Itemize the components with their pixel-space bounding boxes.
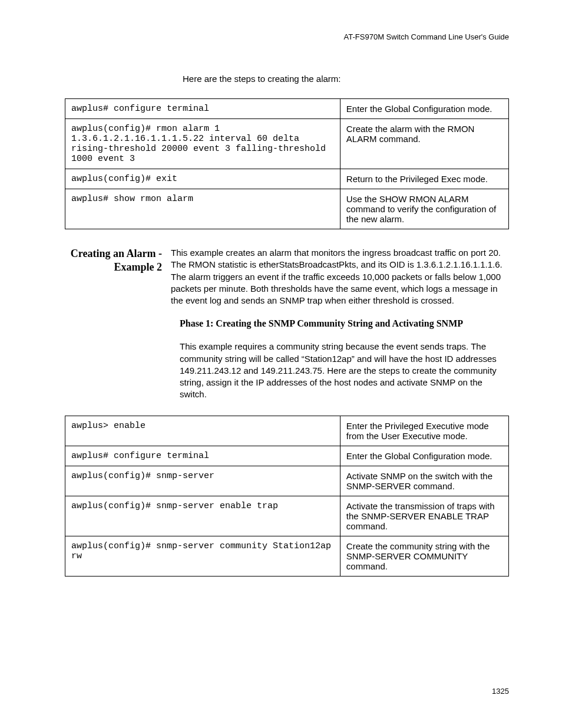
table-row: awplus# show rmon alarm Use the SHOW RMO… [65, 189, 509, 229]
command-cell: awplus(config)# rmon alarm 1 1.3.6.1.2.1… [65, 119, 340, 169]
table-row: awplus(config)# exit Return to the Privi… [65, 169, 509, 189]
table-row: awplus(config)# rmon alarm 1 1.3.6.1.2.1… [65, 119, 509, 169]
phase-heading: Phase 1: Creating the SNMP Community Str… [180, 318, 509, 329]
page-number: 1325 [492, 687, 509, 696]
command-cell: awplus# show rmon alarm [65, 189, 340, 229]
section-heading: Creating an Alarm - Example 2 [65, 247, 171, 275]
description-cell: Create the community string with the SNM… [340, 536, 508, 576]
table-row: awplus# configure terminal Enter the Glo… [65, 99, 509, 119]
phase-body: This example requires a community string… [180, 341, 509, 400]
description-cell: Enter the Privileged Executive mode from… [340, 416, 508, 446]
description-cell: Activate SNMP on the switch with the SNM… [340, 466, 508, 496]
table-row: awplus> enable Enter the Privileged Exec… [65, 416, 509, 446]
description-cell: Return to the Privileged Exec mode. [340, 169, 508, 189]
table-row: awplus(config)# snmp-server community St… [65, 536, 509, 576]
intro-text: Here are the steps to creating the alarm… [183, 74, 509, 84]
table-row: awplus# configure terminal Enter the Glo… [65, 446, 509, 466]
command-cell: awplus(config)# snmp-server community St… [65, 536, 340, 576]
description-cell: Use the SHOW RMON ALARM command to verif… [340, 189, 508, 229]
description-cell: Activate the transmission of traps with … [340, 496, 508, 536]
table-row: awplus(config)# snmp-server Activate SNM… [65, 466, 509, 496]
description-cell: Create the alarm with the RMON ALARM com… [340, 119, 508, 169]
command-cell: awplus(config)# exit [65, 169, 340, 189]
description-cell: Enter the Global Configuration mode. [340, 446, 508, 466]
steps-table-1: awplus# configure terminal Enter the Glo… [65, 98, 509, 229]
command-cell: awplus# configure terminal [65, 99, 340, 119]
command-cell: awplus(config)# snmp-server enable trap [65, 496, 340, 536]
section-example-2: Creating an Alarm - Example 2 This examp… [65, 247, 509, 307]
header-guide-title: AT-FS970M Switch Command Line User's Gui… [65, 32, 509, 41]
command-cell: awplus> enable [65, 416, 340, 446]
description-cell: Enter the Global Configuration mode. [340, 99, 508, 119]
table-row: awplus(config)# snmp-server enable trap … [65, 496, 509, 536]
section-body: This example creates an alarm that monit… [171, 247, 509, 307]
command-cell: awplus# configure terminal [65, 446, 340, 466]
command-cell: awplus(config)# snmp-server [65, 466, 340, 496]
steps-table-2: awplus> enable Enter the Privileged Exec… [65, 416, 509, 577]
